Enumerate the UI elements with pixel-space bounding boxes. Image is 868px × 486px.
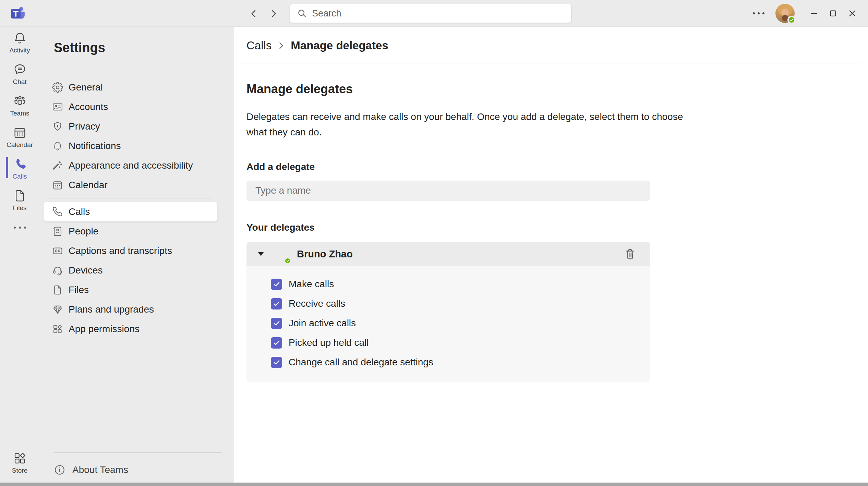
closed-captions-icon bbox=[52, 245, 63, 256]
window-bottom-border bbox=[0, 483, 868, 486]
checkbox-checked-icon[interactable] bbox=[271, 279, 282, 290]
settings-item-accounts[interactable]: Accounts bbox=[44, 97, 217, 117]
sidebar-group-divider bbox=[49, 198, 212, 198]
settings-item-plans[interactable]: Plans and upgrades bbox=[44, 300, 217, 319]
settings-item-calendar[interactable]: Calendar bbox=[44, 175, 217, 195]
teams-logo-icon bbox=[9, 5, 26, 22]
rail-item-activity[interactable]: Activity bbox=[0, 27, 39, 58]
app-rail: Activity Chat Teams Calendar Calls bbox=[0, 27, 39, 483]
settings-item-notifications[interactable]: Notifications bbox=[44, 136, 217, 156]
phone-filled-icon bbox=[13, 157, 27, 171]
checkbox-checked-icon[interactable] bbox=[271, 337, 282, 349]
settings-nav: General Accounts Privacy Notifications bbox=[39, 67, 234, 339]
contact-book-icon bbox=[52, 226, 63, 237]
checkbox-checked-icon[interactable] bbox=[271, 357, 282, 368]
chat-bubble-icon bbox=[13, 63, 27, 76]
add-delegate-label: Add a delegate bbox=[246, 161, 868, 172]
document-icon bbox=[13, 189, 27, 203]
minimize-button[interactable] bbox=[804, 4, 823, 23]
info-icon bbox=[54, 464, 65, 476]
rail-label: Activity bbox=[9, 47, 30, 54]
permission-row: Make calls bbox=[271, 275, 650, 294]
title-bar bbox=[0, 0, 868, 27]
breadcrumb-calls-link[interactable]: Calls bbox=[246, 39, 272, 52]
permission-row: Picked up held call bbox=[271, 333, 650, 353]
delegate-avatar bbox=[272, 245, 290, 263]
rail-label: Calls bbox=[12, 173, 27, 180]
diamond-icon bbox=[52, 304, 63, 315]
settings-item-label: Files bbox=[69, 284, 89, 295]
settings-item-captions[interactable]: Captions and transcripts bbox=[44, 241, 217, 260]
settings-item-people[interactable]: People bbox=[44, 221, 217, 241]
presence-available-badge bbox=[284, 257, 291, 265]
search-box[interactable] bbox=[290, 4, 571, 23]
settings-item-label: Devices bbox=[69, 265, 103, 276]
delete-delegate-button[interactable] bbox=[624, 247, 637, 260]
breadcrumb-divider bbox=[241, 63, 861, 63]
permission-label: Change call and delegate settings bbox=[289, 357, 433, 368]
phone-icon bbox=[52, 206, 63, 217]
checkbox-checked-icon[interactable] bbox=[271, 318, 282, 329]
settings-sidebar: Settings General Accounts Privacy bbox=[39, 27, 234, 483]
calendar-icon bbox=[52, 180, 63, 191]
settings-item-devices[interactable]: Devices bbox=[44, 260, 217, 280]
settings-item-label: Appearance and accessibility bbox=[69, 160, 193, 171]
permission-label: Receive calls bbox=[289, 298, 345, 309]
permission-label: Picked up held call bbox=[289, 337, 369, 348]
settings-title: Settings bbox=[39, 27, 234, 67]
settings-item-files[interactable]: Files bbox=[44, 280, 217, 300]
rail-item-chat[interactable]: Chat bbox=[0, 58, 39, 90]
settings-item-label: General bbox=[69, 82, 103, 93]
permission-row: Change call and delegate settings bbox=[271, 353, 650, 372]
collapse-triangle-icon[interactable] bbox=[258, 252, 264, 256]
chevron-right-icon bbox=[276, 41, 286, 50]
active-indicator bbox=[6, 157, 8, 178]
rail-label: Files bbox=[13, 204, 26, 212]
wand-sparkles-icon bbox=[52, 160, 63, 171]
settings-item-privacy[interactable]: Privacy bbox=[44, 117, 217, 136]
checkbox-checked-icon[interactable] bbox=[271, 298, 282, 309]
breadcrumb: Calls Manage delegates bbox=[234, 27, 868, 52]
gear-icon bbox=[52, 82, 63, 93]
settings-item-label: Privacy bbox=[69, 121, 100, 132]
close-button[interactable] bbox=[843, 4, 862, 23]
settings-item-app-permissions[interactable]: App permissions bbox=[44, 319, 217, 339]
page-title: Manage delegates bbox=[246, 82, 868, 96]
app-grid-icon bbox=[52, 324, 63, 335]
settings-item-label: Notifications bbox=[69, 141, 121, 151]
about-teams-link[interactable]: About Teams bbox=[54, 462, 222, 478]
add-delegate-input[interactable] bbox=[246, 181, 650, 201]
maximize-button[interactable] bbox=[823, 4, 843, 23]
rail-item-calls[interactable]: Calls bbox=[0, 153, 39, 184]
delegate-row[interactable]: Bruno Zhao bbox=[246, 242, 650, 266]
search-icon bbox=[297, 8, 307, 19]
store-app-grid-icon bbox=[13, 451, 27, 465]
settings-item-label: Captions and transcripts bbox=[69, 245, 172, 256]
settings-item-label: Calls bbox=[69, 206, 90, 217]
settings-item-calls[interactable]: Calls bbox=[44, 202, 217, 221]
about-teams-label: About Teams bbox=[72, 464, 128, 475]
rail-label: Chat bbox=[13, 78, 26, 86]
permission-label: Make calls bbox=[289, 279, 334, 290]
settings-item-general[interactable]: General bbox=[44, 77, 217, 97]
delegate-permissions: Make calls Receive calls Join active cal… bbox=[246, 266, 650, 382]
headset-icon bbox=[52, 265, 63, 276]
document-icon bbox=[52, 284, 63, 295]
settings-item-appearance[interactable]: Appearance and accessibility bbox=[44, 156, 217, 175]
profile-avatar[interactable] bbox=[775, 4, 795, 23]
teams-window: Activity Chat Teams Calendar Calls bbox=[0, 0, 868, 486]
calendar-icon bbox=[13, 126, 27, 139]
back-arrow-icon[interactable] bbox=[248, 8, 260, 20]
rail-item-files[interactable]: Files bbox=[0, 184, 39, 216]
permission-row: Receive calls bbox=[271, 294, 650, 314]
rail-more-apps-icon[interactable] bbox=[14, 222, 26, 233]
settings-item-label: Plans and upgrades bbox=[69, 304, 154, 315]
settings-item-label: Calendar bbox=[69, 180, 108, 191]
forward-arrow-icon[interactable] bbox=[267, 8, 280, 20]
rail-item-teams[interactable]: Teams bbox=[0, 90, 39, 121]
rail-item-store[interactable]: Store bbox=[0, 447, 39, 478]
bell-icon bbox=[52, 141, 63, 151]
more-options-icon[interactable] bbox=[749, 9, 768, 18]
search-input[interactable] bbox=[312, 8, 564, 19]
rail-item-calendar[interactable]: Calendar bbox=[0, 121, 39, 153]
